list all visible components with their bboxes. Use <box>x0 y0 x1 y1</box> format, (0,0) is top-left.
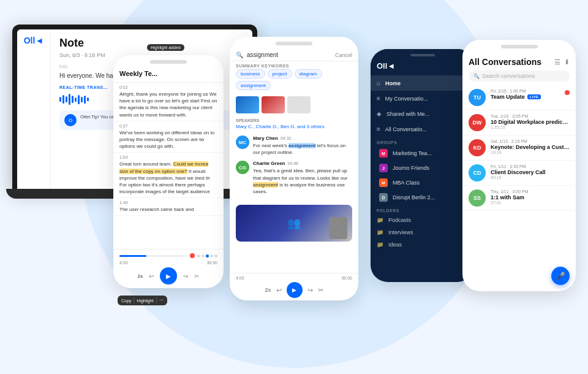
chat-item-mary: MC Mary Chen 04:32 For next week's assig… <box>236 135 352 156</box>
search-icon: 🔍 <box>236 52 243 58</box>
folder-interviews[interactable]: 📁 Interviews <box>371 226 475 239</box>
search-cancel-button[interactable]: Cancel <box>335 52 352 58</box>
download-icon[interactable]: ⬇ <box>564 58 570 66</box>
mic-fab-button[interactable]: 🎤 <box>551 267 570 285</box>
center-play-btn[interactable]: ▶ <box>287 282 303 298</box>
nav-item-my-conversations[interactable]: ≡ My Conversatio... <box>371 91 475 106</box>
conv-item-digital[interactable]: DW Tue, 1/16 · 3:05 PM 10 Digital Workpl… <box>462 110 576 135</box>
play-button[interactable]: ▶ <box>160 267 177 284</box>
conv-avatar-sam: SS <box>469 189 486 207</box>
group-disrupt[interactable]: D Disrupt Berlin 2... <box>371 190 475 205</box>
hamburger-icon[interactable]: ☰ <box>554 58 560 66</box>
transcript-item-1: 0:02 Alright, thank you everyone for joi… <box>113 83 224 121</box>
group-journo[interactable]: J Journo Friends <box>371 161 475 175</box>
speed-label[interactable]: 2x <box>138 273 143 279</box>
keyword-chip-diagram[interactable]: diagram <box>295 69 322 78</box>
thumbnail-3[interactable] <box>287 96 311 113</box>
transcript-time-3: 1:04 <box>119 155 217 159</box>
laptop-logo: Oll◄ <box>21 36 47 45</box>
phone-transcript: Weekly Te... 0:02 Alright, thank you eve… <box>113 55 224 288</box>
rewind-icon[interactable]: ↩ <box>149 273 154 280</box>
group-label-disrupt: Disrupt Berlin 2... <box>393 194 435 200</box>
nav-home-label: Home <box>385 80 401 86</box>
folder-podcasts[interactable]: 📁 Podcasts <box>371 214 475 226</box>
center-forward-icon[interactable]: ↪ <box>307 286 313 294</box>
search-bar[interactable]: 🔍 assignment Cancel <box>230 49 358 61</box>
conv-avatar-keynote: KD <box>469 139 486 156</box>
phone-notch <box>150 60 187 64</box>
conv-name-keynote: Keynote: Developing a Customer... <box>491 144 570 150</box>
scissors-icon[interactable]: ✂ <box>194 273 199 280</box>
thumbnail-1[interactable] <box>236 96 259 113</box>
highlight-option[interactable]: Highlight <box>137 299 153 303</box>
text-selection-toolbar[interactable]: Copy Highlight ⋯ <box>118 296 167 305</box>
nav-item-shared[interactable]: ◈ Shared with Me... <box>371 106 475 121</box>
center-time-end: 36:00 <box>341 276 352 280</box>
chat-item-charlie: CG Charlie Green 04:46 Yea, that's a gre… <box>236 161 352 195</box>
conv-duration-sam: 37:01 <box>491 200 570 205</box>
transcript-time-4: 1:49 <box>119 200 217 205</box>
conv-content-sam: Thu, 1/11 · 3:00 PM 1:1 with Sam 37:01 <box>491 189 570 205</box>
conversations-header-icons: ☰ ⬇ <box>554 58 570 66</box>
speakers-section-label: SPEAKERS <box>230 118 358 124</box>
conv-content-digital: Tue, 1/16 · 3:05 PM 10 Digital Workplace… <box>491 114 570 129</box>
transcript-item-2: 0:37 We've been working on different ide… <box>113 121 224 153</box>
conv-item-keynote[interactable]: KD Sat, 1/13 · 2:19 PM Keynote: Developi… <box>462 135 576 161</box>
center-rewind-icon[interactable]: ↩ <box>276 286 282 294</box>
group-mba[interactable]: M MBA Class <box>371 175 475 190</box>
chat-text-mary: For next week's assignment let's focus o… <box>253 142 352 156</box>
center-speed[interactable]: 2x <box>265 287 271 293</box>
phone-search: 🔍 assignment Cancel SUMMARY KEYWORDS bus… <box>230 37 358 300</box>
search-conversations-bar[interactable]: 🔍 Search conversations <box>469 71 570 82</box>
conv-content-client: Fri, 1/11 · 2:30 PM Client Discovery Cal… <box>491 164 570 180</box>
speaker-time-mary: 04:32 <box>281 136 292 140</box>
video-person-thumbnail <box>329 217 347 239</box>
conv-name-client: Client Discovery Call <box>491 169 570 175</box>
nav-all-conv-label: All Conversatio... <box>385 126 427 132</box>
search-results: MC Mary Chen 04:32 For next week's assig… <box>230 133 358 202</box>
transcript-header: Weekly Te... <box>113 67 224 83</box>
shared-icon: ◈ <box>377 110 382 117</box>
highlight-added-badge: Highlight added <box>147 44 184 51</box>
nav-item-all-conv[interactable]: ≡ All Conversatio... <box>371 121 475 137</box>
progress-dots <box>197 254 217 258</box>
transcript-controls: 4:00 36:00 2x ↩ ▶ ↪ ✂ <box>113 249 224 288</box>
folder-ideas-label: Ideas <box>388 242 402 248</box>
group-marketing[interactable]: M Marketing Tea... <box>371 146 475 161</box>
folder-ideas[interactable]: 📁 Ideas <box>371 239 475 251</box>
summary-keywords-label: SUMMARY KEYWORDS <box>230 61 358 69</box>
keyword-chip-business[interactable]: business <box>236 69 265 78</box>
conv-date-digital: Tue, 1/16 · 3:05 PM <box>491 114 570 118</box>
transcript-text-2: We've been working on different ideas on… <box>119 129 217 150</box>
thumbnail-2[interactable] <box>262 96 285 113</box>
keyword-chip-assignment[interactable]: assignment <box>236 81 271 90</box>
nav-header-row: Oll◄ ☰ <box>377 61 469 71</box>
conversations-header: All Conversations ☰ ⬇ 🔍 Search conversat… <box>462 52 576 85</box>
copy-option[interactable]: Copy <box>121 299 131 303</box>
highlight-span-1: Could we increa size of the copy on opti… <box>119 161 208 174</box>
search-conv-placeholder: Search conversations <box>482 73 535 79</box>
conv-duration-keynote: 19:19 <box>491 150 570 155</box>
conv-item-team-update[interactable]: TU Fri, 2/15 · 1:00 PM Team Update LIVE <box>462 85 576 110</box>
group-label-mba: MBA Class <box>393 180 420 186</box>
video-preview[interactable]: 👥 <box>236 205 352 242</box>
conv-name-digital: 10 Digital Workplace predictions for... <box>491 119 570 125</box>
conv-item-client[interactable]: CD Fri, 1/11 · 2:30 PM Client Discovery … <box>462 161 576 186</box>
conv-date-sam: Thu, 1/11 · 3:00 PM <box>491 189 570 194</box>
speaker-name-charlie: Charlie Green <box>253 161 285 166</box>
conv-item-sam[interactable]: SS Thu, 1/11 · 3:00 PM 1:1 with Sam 37:0… <box>462 186 576 211</box>
folder-podcasts-icon: 📁 <box>377 217 383 223</box>
forward-icon[interactable]: ↪ <box>183 273 188 280</box>
speakers-names: Mary C., Charlie G., Ben G. and 3 others <box>230 124 358 133</box>
keyword-chip-project[interactable]: project <box>268 69 292 78</box>
conv-duration-client: 40:18 <box>491 175 570 180</box>
conv-name-sam: 1:1 with Sam <box>491 194 570 200</box>
conv-content-team-update: Fri, 2/15 · 1:00 PM Team Update LIVE <box>491 89 560 100</box>
more-option[interactable]: ⋯ <box>159 298 164 303</box>
search-input[interactable]: assignment <box>247 52 331 58</box>
nav-shared-label: Shared with Me... <box>386 111 429 117</box>
conv-avatar-digital: DW <box>469 114 486 131</box>
avatar-charlie: CG <box>236 161 249 174</box>
nav-item-home[interactable]: ⌂ Home <box>371 75 475 91</box>
center-scissors-icon[interactable]: ✂ <box>318 286 323 294</box>
